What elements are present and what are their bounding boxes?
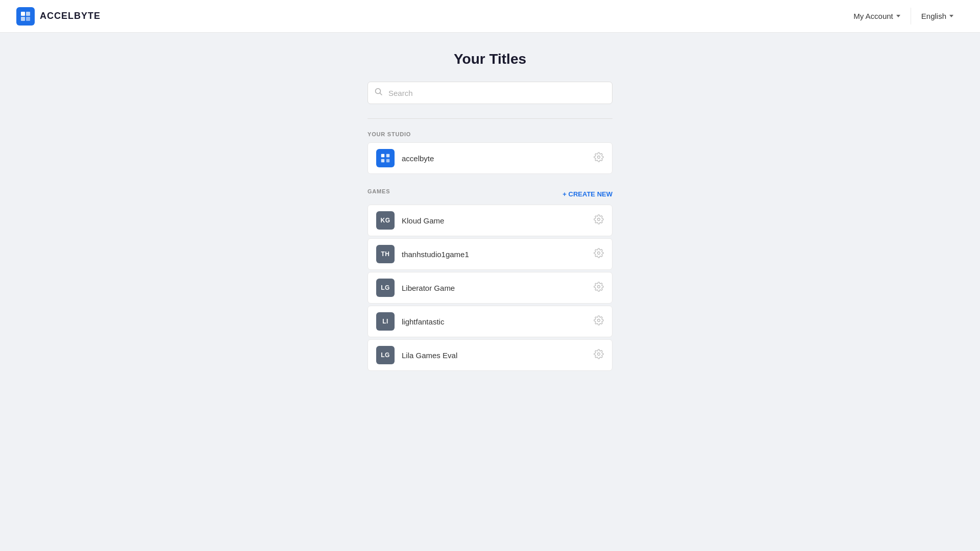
- game-avatar: LG: [376, 279, 395, 297]
- game-avatar: KG: [376, 211, 395, 230]
- svg-line-5: [380, 93, 382, 95]
- search-container: [368, 82, 612, 104]
- logo-icon: [16, 7, 35, 26]
- games-section-label: GAMES: [368, 188, 390, 194]
- svg-point-10: [598, 156, 600, 158]
- studio-section-label: YOUR STUDIO: [368, 131, 612, 137]
- game-item[interactable]: LI lightfantastic: [368, 306, 612, 337]
- main-content: Your Titles YOUR STUDIO: [0, 0, 980, 373]
- game-name: thanhstudio1game1: [402, 250, 594, 259]
- studio-item[interactable]: accelbyte: [368, 142, 612, 174]
- svg-rect-2: [21, 17, 25, 21]
- search-icon: [375, 88, 383, 98]
- studio-avatar: [376, 149, 395, 167]
- game-item[interactable]: TH thanhstudio1game1: [368, 238, 612, 270]
- svg-point-14: [598, 319, 600, 322]
- svg-rect-9: [386, 159, 389, 162]
- games-header: GAMES + CREATE NEW: [368, 188, 612, 199]
- game-name: Kloud Game: [402, 216, 594, 225]
- studio-section: YOUR STUDIO accelbyte: [368, 131, 612, 174]
- divider: [368, 118, 612, 119]
- chevron-down-icon: [949, 15, 953, 17]
- game-name: Lila Games Eval: [402, 351, 594, 360]
- studio-name: accelbyte: [402, 154, 594, 163]
- game-settings-icon[interactable]: [594, 349, 604, 361]
- svg-rect-1: [26, 12, 30, 16]
- my-account-label: My Account: [853, 12, 893, 20]
- page-title: Your Titles: [368, 51, 612, 67]
- svg-rect-0: [21, 12, 25, 16]
- header-right: My Account English: [843, 8, 964, 24]
- game-settings-icon[interactable]: [594, 214, 604, 227]
- chevron-down-icon: [896, 15, 900, 17]
- svg-point-15: [598, 353, 600, 356]
- game-item[interactable]: KG Kloud Game: [368, 205, 612, 236]
- english-label: English: [921, 12, 946, 20]
- svg-rect-8: [381, 159, 384, 162]
- svg-rect-3: [26, 17, 30, 21]
- header: ACCELBYTE My Account English: [0, 0, 980, 33]
- search-input[interactable]: [368, 82, 612, 104]
- studio-settings-icon[interactable]: [594, 152, 604, 165]
- logo-area[interactable]: ACCELBYTE: [16, 7, 101, 26]
- svg-point-12: [598, 252, 600, 255]
- svg-point-13: [598, 286, 600, 288]
- game-item[interactable]: LG Lila Games Eval: [368, 339, 612, 371]
- game-avatar: LG: [376, 346, 395, 364]
- game-settings-icon[interactable]: [594, 248, 604, 260]
- game-avatar: TH: [376, 245, 395, 263]
- game-settings-icon[interactable]: [594, 282, 604, 294]
- svg-point-11: [598, 218, 600, 221]
- game-item[interactable]: LG Liberator Game: [368, 272, 612, 304]
- game-settings-icon[interactable]: [594, 315, 604, 328]
- my-account-dropdown[interactable]: My Account: [843, 8, 911, 24]
- games-section: GAMES + CREATE NEW KG Kloud Game TH than…: [368, 188, 612, 371]
- svg-rect-7: [386, 154, 389, 157]
- games-list: KG Kloud Game TH thanhstudio1game1 LG Li…: [368, 205, 612, 371]
- language-dropdown[interactable]: English: [911, 8, 964, 24]
- game-avatar: LI: [376, 312, 395, 331]
- svg-rect-6: [381, 154, 384, 157]
- game-name: Liberator Game: [402, 284, 594, 292]
- logo-text: ACCELBYTE: [40, 11, 101, 21]
- create-new-button[interactable]: + CREATE NEW: [562, 190, 612, 198]
- game-name: lightfantastic: [402, 317, 594, 326]
- content-container: Your Titles YOUR STUDIO: [368, 51, 612, 373]
